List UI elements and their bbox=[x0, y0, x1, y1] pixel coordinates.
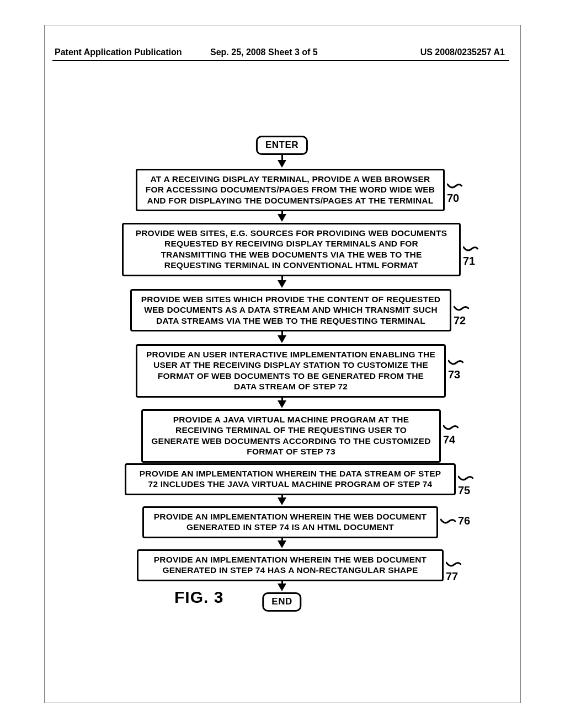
ref-number: 70 bbox=[447, 192, 459, 204]
flow-step-76: PROVIDE AN IMPLEMENTATION WHEREIN THE WE… bbox=[142, 506, 438, 538]
ref-number: 71 bbox=[463, 255, 475, 267]
flow-step-74: PROVIDE A JAVA VIRTUAL MACHINE PROGRAM A… bbox=[141, 409, 441, 463]
flow-step-text: PROVIDE AN IMPLEMENTATION WHEREIN THE WE… bbox=[154, 555, 427, 575]
figure-label: FIG. 3 bbox=[174, 588, 223, 607]
lead-line-icon bbox=[463, 245, 478, 253]
flow-step-77: PROVIDE AN IMPLEMENTATION WHEREIN THE WE… bbox=[137, 549, 444, 581]
lead-line-icon bbox=[454, 304, 469, 312]
ref-number: 73 bbox=[448, 368, 460, 381]
flow-step-text: AT A RECEIVING DISPLAY TERMINAL, PROVIDE… bbox=[146, 174, 435, 205]
ref-number: 76 bbox=[458, 515, 470, 527]
header-right: US 2008/0235257 A1 bbox=[420, 47, 505, 57]
flow-step-71: PROVIDE WEB SITES, E.G. SOURCES FOR PROV… bbox=[122, 223, 461, 276]
page-header: Patent Application Publication Sep. 25, … bbox=[45, 47, 520, 58]
lead-line-icon bbox=[446, 560, 461, 568]
flow-end: END bbox=[262, 592, 301, 612]
page-frame: Patent Application Publication Sep. 25, … bbox=[44, 25, 521, 703]
flow-step-text: PROVIDE WEB SITES WHICH PROVIDE THE CONT… bbox=[141, 295, 441, 325]
ref-label-77: 77 bbox=[446, 557, 472, 583]
ref-label-75: 75 bbox=[458, 471, 476, 497]
ref-label-70: 70 bbox=[447, 179, 472, 205]
flow-step-text: PROVIDE A JAVA VIRTUAL MACHINE PROGRAM A… bbox=[151, 415, 430, 456]
ref-label-72: 72 bbox=[454, 301, 472, 327]
flow-step-text: PROVIDE AN IMPLEMENTATION WHEREIN THE DA… bbox=[140, 469, 441, 489]
ref-number: 75 bbox=[458, 484, 470, 496]
ref-label-73: 73 bbox=[448, 355, 472, 381]
lead-line-icon bbox=[448, 358, 463, 366]
flow-step-75: PROVIDE AN IMPLEMENTATION WHEREIN THE DA… bbox=[125, 463, 456, 495]
flow-enter: ENTER bbox=[256, 136, 308, 155]
ref-number: 77 bbox=[446, 570, 458, 582]
flow-step-text: PROVIDE WEB SITES, E.G. SOURCES FOR PROV… bbox=[136, 228, 447, 270]
lead-line-icon bbox=[443, 424, 459, 431]
header-rule bbox=[52, 60, 509, 61]
ref-number: 72 bbox=[454, 314, 466, 326]
flow-step-text: PROVIDE AN USER INTERACTIVE IMPLEMENTATI… bbox=[146, 350, 435, 391]
flow-step-73: PROVIDE AN USER INTERACTIVE IMPLEMENTATI… bbox=[136, 344, 446, 398]
lead-line-icon bbox=[447, 182, 462, 190]
flow-step-70: AT A RECEIVING DISPLAY TERMINAL, PROVIDE… bbox=[136, 169, 445, 211]
flow-step-text: PROVIDE AN IMPLEMENTATION WHEREIN THE WE… bbox=[154, 512, 427, 532]
ref-label-76: 76 bbox=[440, 514, 470, 527]
lead-line-icon bbox=[458, 474, 473, 482]
ref-number: 74 bbox=[443, 433, 455, 446]
header-middle: Sep. 25, 2008 Sheet 3 of 5 bbox=[210, 47, 318, 57]
ref-label-71: 71 bbox=[463, 242, 481, 267]
flow-step-72: PROVIDE WEB SITES WHICH PROVIDE THE CONT… bbox=[130, 289, 451, 331]
lead-line-icon bbox=[440, 517, 456, 525]
header-left: Patent Application Publication bbox=[55, 47, 182, 57]
ref-label-74: 74 bbox=[443, 420, 472, 446]
